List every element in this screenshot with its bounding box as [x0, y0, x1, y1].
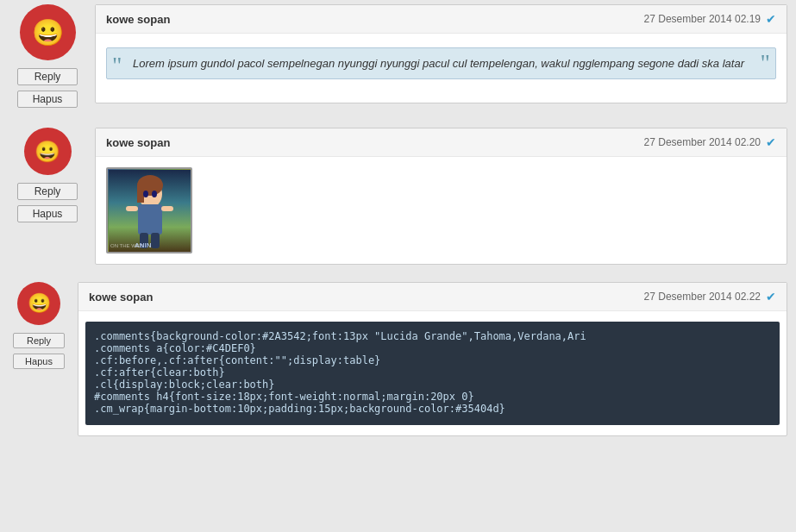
- svg-rect-2: [138, 204, 162, 235]
- anime-image-svg: ON THE WEB ANIN: [109, 170, 191, 252]
- comment-content-1: kowe sopan 27 Desember 2014 02.19 ✔ " Lo…: [95, 4, 787, 103]
- comment-1: 😀 Reply Hapus kowe sopan 27 Desember 201…: [9, 4, 787, 110]
- avatar-3: 😀: [17, 282, 60, 325]
- avatar-1: 😀: [20, 4, 76, 60]
- blockquote-1: " Lorem ipsum gundol pacol sempelnegan n…: [106, 47, 776, 79]
- svg-rect-4: [137, 185, 144, 203]
- comment-timestamp-1: 27 Desember 2014 02.19: [644, 13, 761, 25]
- comments-page: 😀 Reply Hapus kowe sopan 27 Desember 201…: [0, 0, 796, 458]
- svg-point-5: [143, 191, 148, 197]
- comment-meta-2: 27 Desember 2014 02.20 ✔: [644, 135, 776, 149]
- comment-body-2: ON THE WEB ANIN: [96, 157, 787, 264]
- reply-button-2[interactable]: Reply: [17, 183, 78, 200]
- reply-button-1[interactable]: Reply: [17, 68, 78, 85]
- svg-text:ANIN: ANIN: [135, 241, 152, 249]
- comment-2: 😀 Reply Hapus kowe sopan 27 Desember 201…: [9, 128, 787, 265]
- comment-author-1: kowe sopan: [106, 13, 170, 26]
- comment-timestamp-2: 27 Desember 2014 02.20: [644, 136, 761, 148]
- verified-icon-3: ✔: [766, 290, 776, 304]
- comment-body-3: .comments{background-color:#2A3542;font:…: [78, 311, 787, 435]
- comment-body-1: " Lorem ipsum gundol pacol sempelnegan n…: [96, 34, 787, 103]
- svg-point-6: [152, 191, 157, 197]
- code-block-3: .comments{background-color:#2A3542;font:…: [85, 322, 780, 425]
- comment-meta-1: 27 Desember 2014 02.19 ✔: [644, 12, 776, 26]
- reply-button-3[interactable]: Reply: [13, 333, 65, 348]
- hapus-button-2[interactable]: Hapus: [17, 205, 78, 222]
- avatar-2: 😀: [24, 128, 72, 175]
- avatar-emoji-3: 😀: [28, 292, 51, 315]
- svg-rect-8: [161, 206, 173, 211]
- verified-icon-2: ✔: [766, 135, 776, 149]
- comment-content-3: kowe sopan 27 Desember 2014 02.22 ✔ .com…: [78, 282, 787, 436]
- comment-timestamp-3: 27 Desember 2014 02.22: [644, 291, 761, 303]
- quote-text-1: Lorem ipsum gundol pacol sempelnegan nyu…: [133, 57, 749, 70]
- comment-image-2: ON THE WEB ANIN: [106, 167, 192, 253]
- comment-3: 😀 Reply Hapus kowe sopan 27 Desember 201…: [9, 282, 787, 436]
- comment-meta-3: 27 Desember 2014 02.22 ✔: [644, 290, 776, 304]
- open-quote-icon-1: ": [112, 53, 122, 78]
- comment-header-2: kowe sopan 27 Desember 2014 02.20 ✔: [96, 128, 787, 157]
- hapus-button-1[interactable]: Hapus: [17, 91, 78, 108]
- avatar-section-2: 😀 Reply Hapus: [9, 128, 86, 225]
- comment-content-2: kowe sopan 27 Desember 2014 02.20 ✔: [95, 128, 787, 265]
- avatar-emoji-1: 😀: [32, 17, 64, 47]
- verified-icon-1: ✔: [766, 12, 776, 26]
- comment-author-3: kowe sopan: [89, 291, 153, 304]
- avatar-section-1: 😀 Reply Hapus: [9, 4, 86, 110]
- close-quote-icon-1: ": [761, 51, 770, 75]
- hapus-button-3[interactable]: Hapus: [13, 354, 65, 369]
- comment-author-2: kowe sopan: [106, 136, 170, 149]
- svg-rect-7: [126, 206, 138, 211]
- comment-header-3: kowe sopan 27 Desember 2014 02.22 ✔: [78, 283, 787, 311]
- avatar-emoji-2: 😀: [34, 140, 60, 164]
- avatar-section-3: 😀 Reply Hapus: [9, 282, 69, 372]
- svg-rect-10: [151, 233, 160, 248]
- comment-header-1: kowe sopan 27 Desember 2014 02.19 ✔: [96, 5, 787, 34]
